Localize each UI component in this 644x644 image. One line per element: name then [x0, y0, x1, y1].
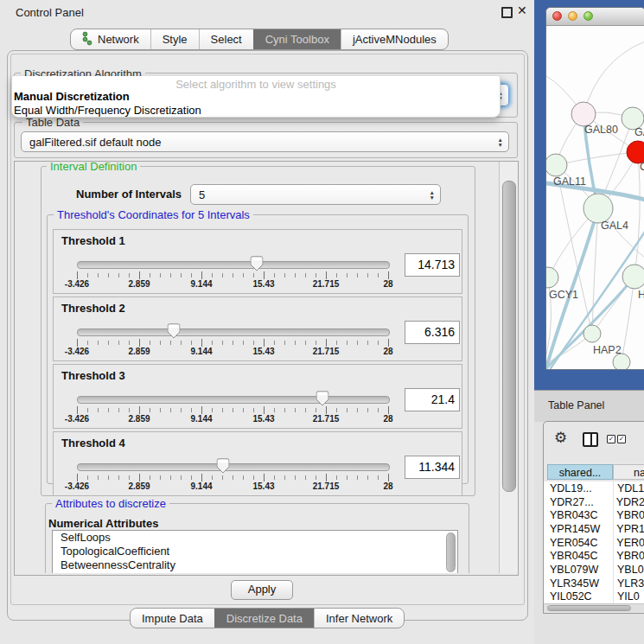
minimize-window-icon[interactable]	[568, 11, 577, 21]
zoom-window-icon[interactable]	[583, 11, 593, 21]
table-row[interactable]: YIL052CYIL0	[544, 590, 644, 604]
algorithm-popup-hint: Select algorithm to view settings	[12, 78, 500, 91]
cell-shared-name: YER054C	[544, 537, 613, 549]
table-row[interactable]: YER054CYER0	[544, 536, 644, 550]
slider-thumb[interactable]	[217, 458, 230, 474]
threshold-value-field[interactable]: 14.713	[405, 253, 460, 277]
node-gal80[interactable]	[571, 102, 596, 126]
apply-button[interactable]: Apply	[231, 580, 293, 600]
cell-name: YIL0	[614, 590, 640, 603]
slider-thumb[interactable]	[316, 391, 329, 406]
settings-viewport: Interval Definition Number of Intervals …	[15, 162, 499, 573]
column-header-shared[interactable]: shared...	[547, 464, 613, 480]
table-header: shared... na	[544, 464, 644, 481]
slider-ticks	[77, 474, 388, 481]
close-icon[interactable]: ✕	[517, 3, 527, 17]
node-gcy1[interactable]	[546, 267, 558, 288]
table-row[interactable]: YBR045CYBR0	[544, 549, 644, 563]
slider-thumb[interactable]	[250, 256, 263, 271]
node-gal4[interactable]	[583, 194, 613, 223]
slider-track[interactable]	[77, 396, 390, 404]
tick-label: 15.43	[252, 414, 274, 424]
close-window-icon[interactable]	[552, 11, 562, 21]
numerical-attributes-list[interactable]: SelfLoopsTopologicalCoefficientBetweenne…	[52, 530, 458, 573]
attributes-scrollbar[interactable]	[446, 532, 456, 573]
algorithm-popup-options: Manual DiscretizationEqual Width/Frequen…	[14, 90, 498, 117]
threshold-value-field[interactable]: 11.344	[405, 456, 460, 479]
tab-cyni-toolbox[interactable]: Cyni Toolbox	[253, 29, 341, 49]
control-panel: Control Panel ✕ NetworkStyleSelectCyni T…	[0, 0, 534, 644]
attribute-item[interactable]: BetweennessCentrality	[53, 558, 457, 572]
attribute-item[interactable]: TopologicalCoefficient	[53, 545, 457, 558]
threshold-value-field[interactable]: 6.316	[405, 321, 460, 344]
interval-definition-label: Interval Definition	[47, 162, 140, 173]
columns-icon[interactable]	[583, 432, 598, 447]
tab-jactivemnodules[interactable]: jActiveMNodules	[341, 29, 448, 49]
column-header-name[interactable]: na	[613, 464, 644, 480]
number-of-intervals-combobox[interactable]: 5 ▲▼	[190, 184, 441, 205]
threshold-slider[interactable]: -3.4262.8599.14415.4321.71528	[77, 457, 388, 494]
tick-label: 28	[383, 481, 392, 491]
table-horizontal-scrollbar[interactable]	[544, 603, 644, 612]
slider-track[interactable]	[77, 261, 390, 269]
tick-label: 21.715	[313, 347, 340, 356]
slider-track[interactable]	[77, 463, 390, 471]
gear-icon[interactable]: ⚙	[554, 430, 567, 445]
checkbox-icon[interactable]: ✓	[617, 435, 626, 443]
attribute-item[interactable]: SelfLoops	[53, 531, 457, 545]
threshold-slider[interactable]: -3.4262.8599.14415.4321.71528	[77, 255, 388, 291]
tab-infer-network[interactable]: Infer Network	[314, 609, 404, 628]
slider-ticks	[77, 339, 388, 347]
node-hap2[interactable]	[583, 325, 601, 342]
checkbox-icon[interactable]: ✓	[607, 435, 615, 443]
algorithm-option[interactable]: Manual Discretization	[14, 90, 498, 104]
cell-name: YDR2	[613, 496, 644, 508]
slider-scale-labels: -3.4262.8599.14415.4321.71528	[77, 481, 388, 492]
threshold-slider[interactable]: -3.4262.8599.14415.4321.71528	[77, 390, 388, 426]
network-canvas[interactable]: GAL80 GA C GAL11 GAL4 GCY1 H HAP2	[546, 26, 644, 369]
tab-network[interactable]: Network	[71, 29, 150, 49]
slider-track[interactable]	[77, 328, 390, 336]
scrollbar-thumb[interactable]	[502, 181, 516, 492]
tab-impute-data[interactable]: Impute Data	[131, 609, 214, 628]
table-row[interactable]: YBR043CYBR0	[544, 508, 644, 522]
network-graph: GAL80 GA C GAL11 GAL4 GCY1 H HAP2	[546, 26, 644, 369]
thresholds-group-label: Threshold's Coordinates for 5 Intervals	[54, 208, 253, 221]
slider-scale-labels: -3.4262.8599.14415.4321.71528	[77, 347, 388, 357]
table-data-combobox[interactable]: galFiltered.sif default node ▲▼	[21, 131, 509, 152]
cell-name: YPR1	[613, 523, 644, 535]
threshold-label: Threshold 4	[61, 437, 125, 450]
cell-shared-name: YIL052C	[544, 590, 614, 603]
node-gal11[interactable]	[546, 154, 567, 176]
table-data-label: Table Data	[22, 116, 83, 129]
table-row[interactable]: YLR345WYLR3	[544, 577, 644, 590]
float-window-icon[interactable]	[501, 7, 513, 18]
table-row[interactable]: YPR145WYPR1	[544, 522, 644, 536]
threshold-value-field[interactable]: 21.4	[405, 388, 460, 411]
algorithm-option[interactable]: Equal Width/Frequency Discretization	[14, 104, 498, 118]
network-icon	[82, 31, 92, 48]
table-row[interactable]: YBL079WYBL0	[544, 563, 644, 577]
slider-ticks	[77, 271, 388, 279]
table-row[interactable]: YDR27...YDR2	[544, 495, 644, 509]
table-row[interactable]: YDL19...YDL1	[544, 481, 644, 495]
scrollbar-thumb[interactable]	[547, 605, 631, 611]
tab-discretize-data[interactable]: Discretize Data	[214, 609, 314, 628]
tab-style[interactable]: Style	[150, 29, 199, 49]
cell-shared-name: YBR045C	[544, 550, 613, 562]
threshold-slider[interactable]: -3.4262.8599.14415.4321.71528	[77, 322, 388, 359]
slider-thumb[interactable]	[167, 323, 180, 339]
tick-label: 2.859	[128, 279, 150, 289]
network-window-titlebar[interactable]	[546, 8, 644, 26]
tab-select[interactable]: Select	[199, 29, 253, 49]
cell-name: YBL0	[614, 564, 644, 576]
cell-name: YBR0	[613, 550, 644, 562]
top-tab-bar: NetworkStyleSelectCyni ToolboxjActiveMNo…	[70, 29, 449, 50]
threshold-panel-2: Threshold 2-3.4262.8599.14415.4321.71528…	[53, 296, 462, 361]
number-of-intervals-value: 5	[199, 185, 205, 204]
label-c-partial: C	[640, 161, 644, 173]
settings-vertical-scrollbar[interactable]	[499, 162, 518, 573]
tick-label: 2.859	[128, 414, 150, 424]
cell-name: YDL1	[614, 482, 644, 494]
node-h[interactable]	[622, 265, 644, 289]
